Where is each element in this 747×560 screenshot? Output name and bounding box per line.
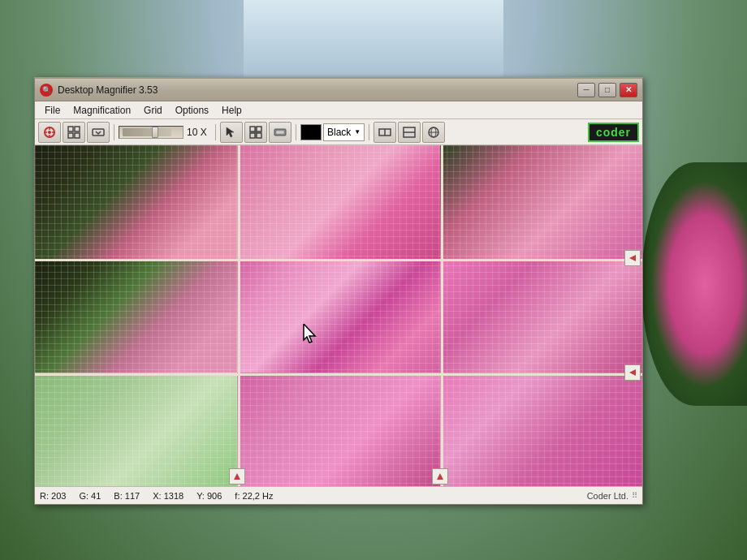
vertical-divider-1 — [238, 145, 240, 486]
mag-cell-top-right — [440, 145, 642, 259]
menu-magnification[interactable]: Magnification — [67, 103, 137, 118]
app-icon: 🔍 — [40, 84, 53, 97]
zoom-slider[interactable] — [119, 126, 184, 139]
menu-options[interactable]: Options — [169, 103, 215, 118]
status-g: G: 41 — [79, 491, 101, 501]
close-button[interactable]: ✕ — [620, 83, 637, 97]
status-b-label: B: — [114, 491, 122, 501]
title-bar: 🔍 Desktop Magnifier 3.53 ─ □ ✕ — [35, 79, 642, 101]
grid-button[interactable] — [63, 122, 85, 143]
color-dropdown[interactable]: Black ▼ — [323, 123, 365, 141]
status-company: Coder Ltd. — [587, 491, 628, 501]
status-bar: R: 203 G: 41 B: 117 X: 1318 Y: 906 f: 22… — [35, 486, 642, 504]
mag-cell-bottom-right — [440, 373, 642, 486]
menu-file[interactable]: File — [38, 103, 67, 118]
status-x-label: X: — [153, 491, 161, 501]
maximize-button[interactable]: □ — [598, 83, 616, 97]
status-g-value: 41 — [91, 491, 101, 501]
dropdown-arrow-icon: ▼ — [354, 128, 361, 136]
svg-rect-12 — [250, 127, 255, 131]
menu-help[interactable]: Help — [215, 103, 248, 118]
menu-bar: File Magnification Grid Options Help — [35, 101, 642, 119]
mag-cell-mid-left — [35, 259, 237, 373]
horizontal-divider-1 — [35, 259, 642, 261]
scroll-btn-right-1[interactable] — [624, 250, 641, 266]
color-picker-group: Black ▼ — [300, 123, 365, 141]
toolbar-separator-2 — [215, 124, 216, 140]
svg-rect-6 — [68, 127, 73, 131]
vertical-divider-2 — [441, 145, 443, 486]
status-f: f: 22,2 Hz — [235, 491, 273, 501]
status-r-value: 203 — [51, 491, 66, 501]
status-b: B: 117 — [114, 491, 140, 501]
crosshair-tool-button[interactable] — [244, 122, 267, 143]
mag-cell-bottom-center — [237, 373, 439, 486]
svg-marker-28 — [629, 255, 636, 261]
network-button[interactable] — [422, 122, 445, 143]
menu-grid[interactable]: Grid — [137, 103, 169, 118]
status-y: Y: 906 — [196, 491, 222, 501]
status-f-value: 22,2 Hz — [243, 491, 274, 501]
svg-rect-9 — [75, 133, 80, 138]
scroll-btn-bottom-2[interactable] — [432, 468, 448, 485]
svg-rect-7 — [75, 127, 80, 131]
window-controls: ─ □ ✕ — [577, 83, 637, 97]
svg-marker-30 — [234, 473, 240, 480]
flowers-decoration — [641, 162, 747, 406]
status-y-value: 906 — [207, 491, 222, 501]
arrow-tool-button[interactable] — [220, 122, 243, 143]
svg-rect-13 — [257, 127, 261, 131]
dropdown-button[interactable] — [87, 122, 110, 143]
cursor-icon — [302, 324, 318, 343]
mag-cell-mid-center — [237, 259, 439, 373]
svg-rect-19 — [276, 131, 284, 134]
horizontal-divider-2 — [35, 373, 642, 376]
toolbar-separator-3 — [296, 124, 296, 140]
color-name: Black — [327, 127, 351, 138]
app-window: 🔍 Desktop Magnifier 3.53 ─ □ ✕ File Magn… — [34, 77, 643, 505]
status-r-label: R: — [40, 491, 49, 501]
mag-cell-bottom-left — [35, 373, 237, 486]
magnifier-content — [35, 145, 642, 486]
status-x-value: 1318 — [164, 491, 184, 501]
svg-rect-8 — [68, 133, 73, 138]
status-f-label: f: — [235, 491, 240, 501]
mag-cell-top-left — [35, 145, 237, 259]
svg-marker-11 — [227, 127, 234, 137]
svg-marker-31 — [437, 473, 443, 480]
title-bar-text: Desktop Magnifier 3.53 — [58, 84, 577, 96]
mag-cell-top-center — [237, 145, 439, 259]
toolbar: 10 X — [35, 119, 642, 145]
target-button[interactable] — [38, 122, 61, 143]
mag-cell-mid-right — [440, 259, 642, 373]
resize-grip-icon: ⠿ — [632, 491, 637, 500]
status-g-label: G: — [79, 491, 89, 501]
color-swatch[interactable] — [300, 124, 322, 140]
svg-point-1 — [48, 131, 51, 134]
mag-grid — [35, 145, 642, 486]
lens-tool-button[interactable] — [269, 122, 291, 143]
status-x: X: 1318 — [153, 491, 184, 501]
toolbar-separator-4 — [369, 124, 369, 140]
zoom-slider-container: 10 X — [119, 126, 211, 139]
svg-rect-14 — [250, 133, 255, 138]
minimize-button[interactable]: ─ — [577, 83, 595, 97]
coder-logo: coder — [588, 123, 639, 142]
toolbar-separator-1 — [114, 124, 114, 140]
status-b-value: 117 — [125, 491, 140, 501]
zoom-value: 10 X — [187, 127, 211, 138]
scroll-btn-right-2[interactable] — [624, 364, 641, 381]
layout-button-2[interactable] — [398, 122, 421, 143]
status-y-label: Y: — [196, 491, 205, 501]
svg-marker-27 — [304, 324, 315, 342]
status-r: R: 203 — [40, 491, 66, 501]
svg-rect-15 — [257, 133, 261, 138]
scroll-btn-bottom-1[interactable] — [229, 468, 245, 485]
svg-marker-29 — [629, 369, 636, 376]
layout-button-1[interactable] — [374, 122, 396, 143]
